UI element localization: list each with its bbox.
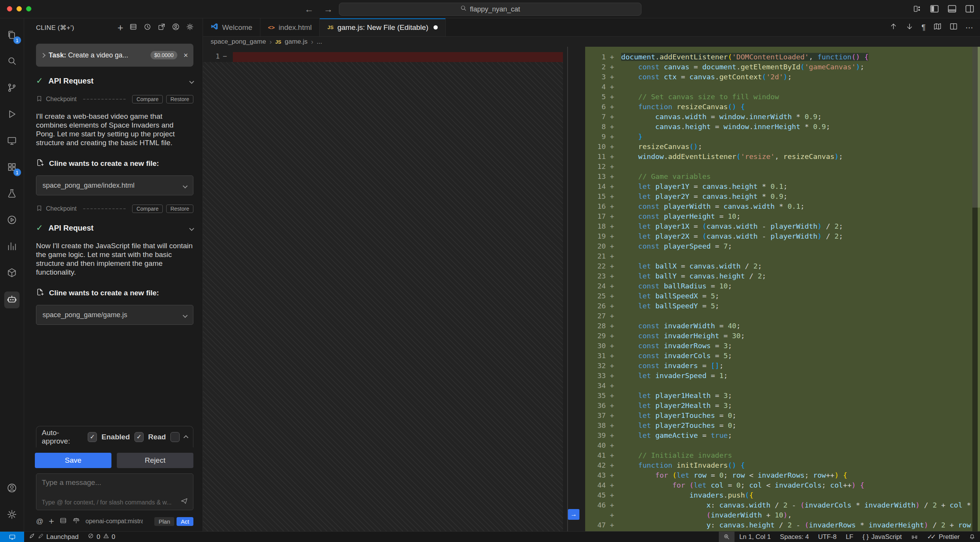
problems-status[interactable]: 0 0 bbox=[83, 532, 120, 542]
new-file-icon bbox=[36, 159, 44, 169]
mcp-servers-icon[interactable] bbox=[129, 23, 137, 33]
zoom-window-button[interactable] bbox=[26, 6, 31, 11]
restore-button[interactable]: Restore bbox=[166, 95, 193, 103]
compare-button[interactable]: Compare bbox=[132, 205, 163, 213]
compare-button[interactable]: Compare bbox=[132, 95, 163, 103]
language-mode[interactable]: { } JavaScript bbox=[858, 532, 906, 542]
editor-scrollbar[interactable] bbox=[972, 47, 980, 531]
toggle-secondary-sidebar-icon[interactable] bbox=[965, 4, 975, 14]
file-path-dropdown[interactable]: space_pong_game/index.html bbox=[36, 175, 193, 195]
activity-source-control-icon[interactable] bbox=[0, 75, 24, 102]
task-header[interactable]: Task: Create a video ga... $0.0000 × bbox=[36, 44, 193, 67]
task-close-icon[interactable]: × bbox=[183, 51, 188, 60]
chevron-up-icon[interactable] bbox=[184, 433, 188, 441]
breadcrumb-file[interactable]: game.js bbox=[285, 38, 308, 46]
activity-account-icon[interactable] bbox=[0, 475, 24, 502]
split-editor-icon[interactable] bbox=[949, 22, 958, 33]
history-icon[interactable] bbox=[143, 23, 152, 33]
task-expand-chevron-icon[interactable] bbox=[41, 53, 46, 58]
collapse-chevron-icon[interactable] bbox=[190, 77, 193, 85]
more-actions-icon[interactable]: ⋯ bbox=[965, 23, 973, 32]
activity-ml-icon[interactable] bbox=[0, 234, 24, 260]
tab-welcome[interactable]: Welcome bbox=[203, 18, 260, 36]
next-change-icon[interactable] bbox=[905, 22, 914, 33]
file-path: space_pong_game/index.html bbox=[43, 182, 134, 190]
launchpad-status[interactable]: Launchpad bbox=[24, 532, 83, 542]
scrollbar-thumb[interactable] bbox=[972, 47, 980, 208]
activity-remote-explorer-icon[interactable] bbox=[0, 128, 24, 154]
activity-extensions-icon[interactable]: 1 bbox=[0, 154, 24, 181]
diff-modified-pane[interactable]: 1+document.addEventListener('DOMContentL… bbox=[585, 47, 980, 531]
auto-approve-bar[interactable]: Auto-approve: ✓ Enabled ✓ Read bbox=[36, 426, 193, 447]
code-line: 32+ const invaders = []; bbox=[585, 361, 972, 371]
prettier-status[interactable]: ✓✓ Prettier bbox=[923, 532, 964, 542]
mention-icon[interactable]: @ bbox=[36, 517, 43, 526]
history-back-icon[interactable]: ← bbox=[304, 4, 314, 15]
tool-action-label: Cline wants to create a new file: bbox=[49, 159, 159, 168]
extra-checkbox[interactable] bbox=[170, 432, 180, 442]
breadcrumb-folder[interactable]: space_pong_game bbox=[211, 38, 266, 46]
activity-play-circle-icon[interactable] bbox=[0, 207, 24, 234]
model-picker-icon[interactable] bbox=[72, 517, 80, 526]
dirty-indicator-icon[interactable] bbox=[434, 25, 438, 29]
mcp-icon[interactable] bbox=[59, 517, 67, 526]
account-icon[interactable] bbox=[172, 23, 180, 33]
restore-button[interactable]: Restore bbox=[166, 205, 193, 213]
breadcrumb[interactable]: space_pong_game › JS game.js › ... bbox=[203, 37, 980, 47]
diff-editor: 1 − → 1+document.addEventListener('DOMCo… bbox=[203, 47, 980, 531]
activity-run-debug-icon[interactable] bbox=[0, 102, 24, 128]
eol-indicator[interactable]: LF bbox=[841, 532, 858, 542]
minimize-window-button[interactable] bbox=[16, 6, 22, 11]
model-name[interactable]: openai-compat:mistralai/... bbox=[85, 518, 143, 525]
plan-mode-button[interactable]: Plan bbox=[154, 517, 174, 526]
tab-index-html[interactable]: <> index.html bbox=[260, 18, 320, 36]
diff-sash[interactable] bbox=[567, 47, 568, 531]
screencast-zoom-indicator[interactable] bbox=[719, 532, 735, 542]
file-path-dropdown[interactable]: space_pong_game/game.js bbox=[36, 305, 193, 325]
activity-settings-gear-icon[interactable] bbox=[0, 502, 24, 528]
close-window-button[interactable] bbox=[7, 6, 12, 11]
settings-gear-icon[interactable] bbox=[186, 23, 194, 33]
code-lines[interactable]: 1+document.addEventListener('DOMContentL… bbox=[585, 52, 972, 530]
open-in-editor-icon[interactable] bbox=[157, 23, 166, 33]
indentation[interactable]: Spaces: 4 bbox=[775, 532, 814, 542]
command-center-search[interactable]: flappy_nyan_cat bbox=[339, 3, 641, 16]
huggingface-status-icon[interactable] bbox=[906, 532, 923, 542]
toggle-panel-icon[interactable] bbox=[947, 4, 957, 14]
prev-change-icon[interactable] bbox=[889, 22, 898, 33]
cursor-position[interactable]: Ln 1, Col 1 bbox=[735, 532, 775, 542]
diff-swap-button[interactable]: → bbox=[568, 509, 579, 520]
code-line: 20+ const playerSpeed = 7; bbox=[585, 241, 972, 251]
vscode-icon bbox=[211, 23, 218, 32]
new-task-icon[interactable]: + bbox=[118, 24, 123, 31]
cline-sidebar: CLINE (⌘+') + Task: Create a video ga...… bbox=[25, 18, 203, 531]
remote-indicator[interactable] bbox=[0, 532, 24, 542]
testing-icon bbox=[7, 188, 17, 200]
read-checkbox[interactable]: ✓ bbox=[134, 432, 144, 442]
reject-button[interactable]: Reject bbox=[117, 453, 193, 468]
notifications-bell-icon[interactable] bbox=[964, 532, 980, 542]
tab-label: Welcome bbox=[222, 23, 252, 32]
act-mode-button[interactable]: Act bbox=[177, 517, 193, 526]
message-composer[interactable]: Type a message... Type @ for context, / … bbox=[36, 473, 193, 510]
send-icon[interactable] bbox=[180, 497, 188, 507]
activity-package-icon[interactable] bbox=[0, 260, 24, 287]
enabled-checkbox[interactable]: ✓ bbox=[88, 432, 97, 442]
html-file-icon: <> bbox=[268, 24, 275, 31]
toggle-primary-sidebar-icon[interactable] bbox=[929, 4, 939, 14]
collapse-chevron-icon[interactable] bbox=[190, 224, 193, 232]
activity-testing-icon[interactable] bbox=[0, 181, 24, 207]
open-preview-icon[interactable] bbox=[933, 22, 942, 33]
whitespace-icon[interactable]: ¶ bbox=[921, 23, 926, 32]
save-button[interactable]: Save bbox=[35, 453, 111, 468]
activity-cline-icon[interactable] bbox=[0, 287, 24, 313]
customize-layout-icon[interactable] bbox=[913, 4, 922, 13]
encoding[interactable]: UTF-8 bbox=[813, 532, 841, 542]
diff-original-pane[interactable]: 1 − bbox=[203, 47, 567, 531]
history-forward-icon[interactable]: → bbox=[324, 4, 333, 15]
tab-game-js[interactable]: JS game.js: New File (Editable) bbox=[320, 18, 446, 36]
activity-files-icon[interactable]: 1 bbox=[0, 22, 24, 49]
activity-search-icon[interactable] bbox=[0, 49, 24, 75]
breadcrumb-symbol[interactable]: ... bbox=[317, 38, 322, 46]
add-context-icon[interactable]: + bbox=[49, 516, 54, 527]
